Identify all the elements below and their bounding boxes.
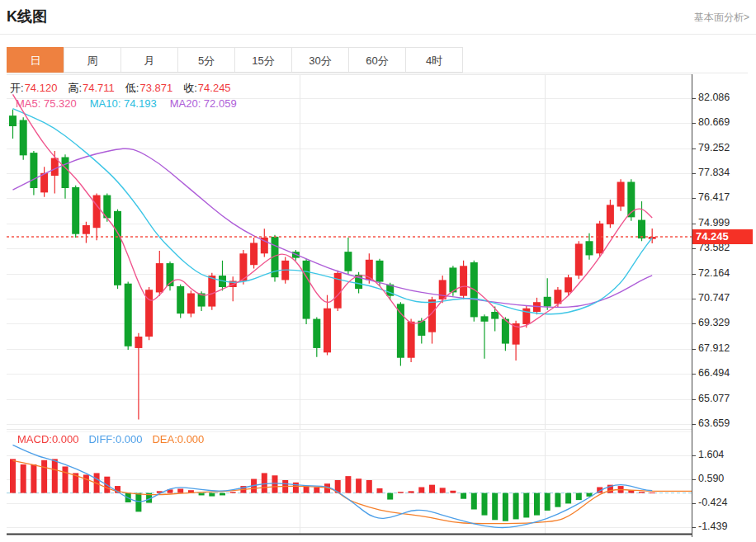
y-axis-label: 69.329 bbox=[698, 317, 730, 328]
tab-day[interactable]: 日 bbox=[7, 47, 64, 73]
y-axis-label: 79.252 bbox=[698, 142, 730, 153]
kline-page: K线图 基本面分析> 日 周 月 5分 15分 30分 60分 4时 开:74.… bbox=[0, 0, 756, 542]
macd-legend-row: MACD:0.000 DIFF:0.000 DEA:0.000 bbox=[17, 433, 204, 445]
y-axis-label: 67.912 bbox=[698, 342, 730, 354]
page-title: K线图 bbox=[7, 7, 47, 26]
axis-tick-mark bbox=[692, 399, 696, 400]
fundamental-analysis-link[interactable]: 基本面分析> bbox=[694, 11, 749, 25]
period-tabs: 日 周 月 5分 15分 30分 60分 4时 bbox=[7, 47, 463, 73]
tabs-baseline bbox=[7, 73, 748, 73]
y-axis-label: 72.164 bbox=[698, 267, 730, 279]
axis-tick-mark bbox=[692, 527, 696, 528]
candlestick-macd-chart[interactable] bbox=[7, 74, 692, 536]
axis-tick-mark bbox=[692, 323, 696, 324]
tab-30min[interactable]: 30分 bbox=[291, 47, 349, 73]
axis-tick-mark bbox=[692, 123, 696, 124]
axis-tick-mark bbox=[692, 173, 696, 174]
axis-tick-mark bbox=[692, 479, 696, 480]
axis-tick-mark bbox=[692, 455, 696, 456]
axis-tick-mark bbox=[692, 503, 696, 504]
y-axis-label: -0.424 bbox=[698, 497, 727, 508]
axis-tick-mark bbox=[692, 248, 696, 249]
y-axis-label: 65.077 bbox=[698, 393, 730, 404]
tab-60min[interactable]: 60分 bbox=[348, 47, 406, 73]
tab-month[interactable]: 月 bbox=[120, 47, 178, 73]
tab-week[interactable]: 周 bbox=[64, 47, 121, 73]
axis-tick-mark bbox=[692, 148, 696, 149]
y-axis-label: 1.604 bbox=[698, 449, 724, 460]
current-price-badge: 74.245 bbox=[692, 229, 753, 244]
y-axis-label: 77.834 bbox=[698, 167, 730, 178]
axis-tick-mark bbox=[692, 274, 696, 275]
y-axis-label: -1.439 bbox=[698, 521, 727, 532]
macd-legend: MACD:0.000 bbox=[17, 433, 78, 445]
dea-legend: DEA:0.000 bbox=[152, 433, 204, 445]
y-axis-line bbox=[692, 74, 692, 537]
tab-4hour[interactable]: 4时 bbox=[405, 47, 463, 73]
axis-tick-mark bbox=[692, 374, 696, 375]
axis-tick-mark bbox=[692, 424, 696, 425]
axis-tick-mark bbox=[692, 349, 696, 350]
axis-tick-mark bbox=[692, 224, 696, 224]
tab-15min[interactable]: 15分 bbox=[234, 47, 292, 73]
y-axis-label: 80.669 bbox=[698, 116, 730, 128]
y-axis-label: 66.494 bbox=[698, 367, 730, 379]
axis-tick-mark bbox=[692, 198, 696, 199]
axis-tick-mark bbox=[692, 98, 696, 99]
tab-5min[interactable]: 5分 bbox=[177, 47, 235, 73]
y-axis-label: 70.747 bbox=[698, 292, 730, 304]
axis-tick-mark bbox=[692, 299, 696, 299]
y-axis-label: 63.659 bbox=[698, 417, 730, 429]
y-axis-label: 82.086 bbox=[698, 92, 730, 103]
header-divider bbox=[0, 34, 756, 35]
y-axis-label: 76.417 bbox=[698, 191, 730, 203]
diff-legend: DIFF:0.000 bbox=[88, 433, 142, 445]
y-axis-label: 74.999 bbox=[698, 217, 730, 229]
y-axis-label: 0.590 bbox=[698, 473, 724, 484]
